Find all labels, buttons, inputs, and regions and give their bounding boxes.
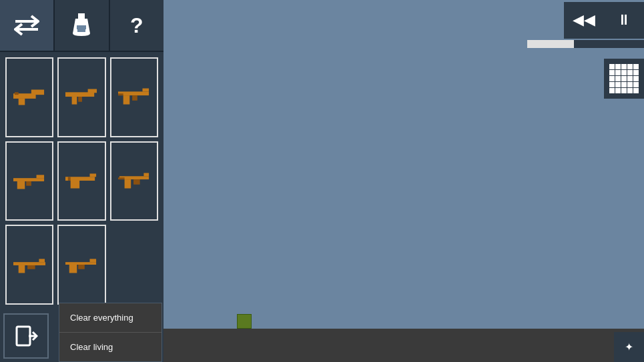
- mg-icon: [13, 171, 45, 191]
- weapon-cell-shotgun[interactable]: [57, 141, 105, 221]
- exit-button[interactable]: [3, 313, 49, 359]
- sniper1-icon: [13, 255, 45, 275]
- svg-rect-35: [69, 265, 77, 273]
- svg-rect-22: [71, 181, 79, 189]
- sidebar-bottom: Clear everything Clear living: [0, 310, 164, 362]
- grid-toggle-button[interactable]: [604, 59, 644, 99]
- pause-button[interactable]: ⏸: [604, 2, 644, 39]
- svg-rect-18: [17, 181, 25, 189]
- svg-rect-37: [17, 327, 30, 345]
- progress-bar-container[interactable]: [527, 40, 644, 48]
- svg-rect-10: [79, 97, 83, 102]
- svg-rect-19: [26, 181, 31, 186]
- exit-icon: [14, 324, 38, 348]
- ar1-icon: [118, 87, 150, 107]
- svg-rect-29: [13, 262, 45, 265]
- rewind-button[interactable]: ◀◀: [564, 2, 604, 39]
- question-icon: ?: [130, 13, 143, 38]
- smg-icon: [65, 87, 97, 107]
- rewind-icon: ◀◀: [573, 11, 595, 29]
- svg-rect-5: [19, 99, 25, 105]
- main-game-area[interactable]: ◀◀ ⏸ ✦: [164, 0, 644, 362]
- star-icon: ✦: [625, 341, 633, 353]
- weapon-cell-ar2[interactable]: [110, 141, 158, 221]
- context-menu: Clear everything Clear living: [59, 303, 162, 362]
- shotgun-icon: [65, 171, 97, 191]
- clear-everything-button[interactable]: Clear everything: [59, 303, 162, 333]
- weapon-cell-mg[interactable]: [5, 141, 53, 221]
- svg-rect-16: [13, 179, 44, 182]
- svg-rect-8: [88, 89, 97, 93]
- weapon-cell-empty: [110, 225, 158, 305]
- weapon-grid: [0, 52, 164, 310]
- pistol-icon: [13, 87, 45, 107]
- clear-living-button[interactable]: Clear living: [59, 333, 162, 361]
- svg-rect-0: [78, 13, 85, 19]
- sidebar: ?: [0, 0, 164, 362]
- flask-icon: [71, 13, 91, 37]
- ar2-icon: [118, 171, 150, 191]
- swap-icon: [14, 15, 39, 36]
- svg-rect-32: [27, 265, 35, 269]
- bottom-right-button[interactable]: ✦: [614, 332, 644, 362]
- svg-rect-4: [31, 89, 44, 95]
- svg-rect-6: [15, 92, 19, 95]
- svg-rect-14: [132, 95, 137, 101]
- svg-rect-7: [65, 92, 94, 97]
- svg-rect-21: [90, 174, 97, 177]
- weapon-cell-sniper1[interactable]: [5, 225, 53, 305]
- weapon-cell-pistol[interactable]: [5, 57, 53, 137]
- playback-row: ◀◀ ⏸: [564, 0, 644, 40]
- svg-rect-36: [79, 265, 85, 269]
- grid-icon: [609, 64, 639, 93]
- svg-rect-13: [123, 95, 130, 104]
- svg-rect-12: [142, 88, 149, 91]
- top-controls: ◀◀ ⏸: [527, 0, 644, 52]
- svg-rect-1: [77, 25, 86, 29]
- svg-rect-2: [77, 29, 85, 32]
- svg-rect-9: [72, 97, 77, 105]
- svg-rect-28: [118, 178, 125, 180]
- svg-rect-26: [124, 180, 131, 189]
- weapon-cell-sniper2[interactable]: [57, 225, 105, 305]
- svg-rect-31: [19, 265, 25, 273]
- svg-rect-15: [118, 93, 123, 95]
- svg-rect-30: [39, 259, 45, 263]
- weapon-cell-smg[interactable]: [57, 57, 105, 137]
- svg-rect-23: [68, 177, 71, 181]
- ground: [164, 329, 644, 362]
- svg-rect-34: [90, 259, 97, 263]
- swap-button[interactable]: [0, 0, 55, 51]
- svg-rect-33: [65, 262, 96, 265]
- svg-rect-25: [143, 173, 149, 177]
- sniper2-icon: [65, 255, 97, 275]
- weapon-cell-ar1[interactable]: [110, 57, 158, 137]
- player-character: [237, 314, 252, 329]
- svg-rect-17: [37, 175, 45, 179]
- pause-icon: ⏸: [617, 11, 631, 29]
- helmet-button[interactable]: [55, 0, 109, 51]
- svg-rect-27: [133, 180, 140, 185]
- help-button[interactable]: ?: [110, 0, 164, 51]
- progress-bar: [527, 40, 574, 48]
- toolbar-row: ?: [0, 0, 164, 52]
